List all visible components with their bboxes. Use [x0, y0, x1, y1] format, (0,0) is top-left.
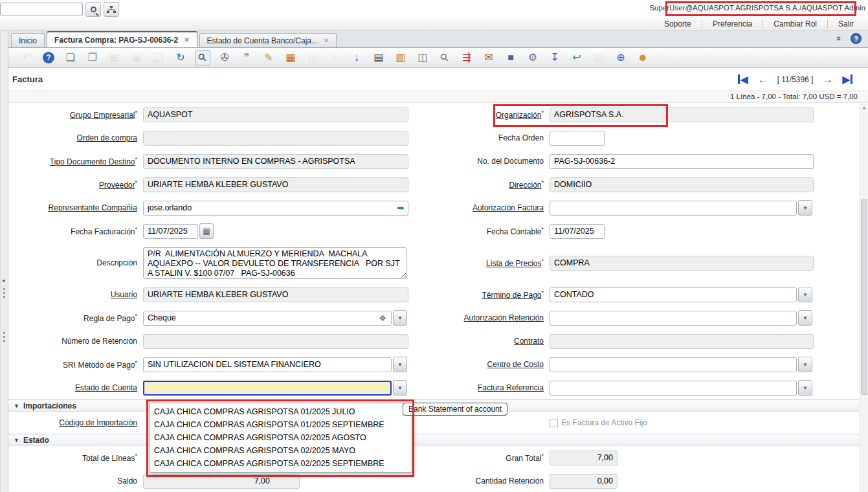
direccion-label[interactable]: Dirección [509, 181, 541, 190]
descripcion-textarea[interactable]: P/R ALIMENTACIÓN ALMUERZO Y MERIENDA MAC… [143, 247, 407, 279]
fecha-orden-input[interactable] [550, 131, 605, 146]
menu-link[interactable]: Cambiar Rol [762, 19, 827, 28]
customize-icon[interactable]: ▧ [591, 50, 606, 65]
requests-icon[interactable]: ✉ [481, 50, 496, 65]
section-estado[interactable]: ▼ Estado [8, 434, 859, 446]
centro-costo-label[interactable]: Centro de Costo [487, 360, 544, 369]
fecha-facturacion-input[interactable] [143, 224, 198, 239]
parent-record-icon[interactable]: ↑ [327, 50, 342, 65]
tab-estado-cuenta[interactable]: Estado de Cuenta Banco/Caja... ✕ [199, 33, 337, 47]
save-create-icon[interactable]: ❑ [151, 50, 166, 65]
termino-pago-input[interactable] [550, 287, 797, 302]
new-record-icon[interactable]: ❏ [63, 50, 78, 65]
representante-label[interactable]: Representante Compañía [49, 203, 137, 212]
print-preview-icon[interactable]: ⚲ [437, 50, 452, 65]
calendar-button[interactable]: ▦ [199, 223, 214, 239]
menu-link[interactable]: Preferencia [702, 19, 762, 28]
estado-cuenta-label[interactable]: Estado de Cuenta [75, 383, 137, 392]
undo-icon[interactable]: ↶ [19, 50, 34, 65]
import-file-icon[interactable]: ↩ [569, 50, 584, 65]
contrato-label[interactable]: Contrato [514, 337, 544, 346]
search-button[interactable] [85, 2, 101, 17]
note-icon[interactable]: ✎ [261, 50, 276, 65]
tipo-documento-label[interactable]: Tipo Documento Destino [50, 157, 135, 166]
tab-factura-compra[interactable]: Factura Compra: PAG-SJ-00636-2 ✕ [47, 31, 197, 47]
menu-tree-button[interactable] [104, 2, 119, 17]
representante-input[interactable] [143, 201, 408, 216]
splitter-collapse-icon[interactable]: ◂ [2, 277, 5, 284]
print-icon[interactable]: ◫ [415, 50, 430, 65]
help-icon[interactable]: ? [41, 50, 56, 65]
archive-icon[interactable]: ■ [503, 50, 518, 65]
export-icon[interactable]: ↧ [547, 50, 562, 65]
user-window-icon[interactable]: ☻ [635, 50, 651, 65]
detail-down-icon[interactable]: ↓ [349, 50, 364, 65]
last-record-icon[interactable]: ▶ [842, 74, 852, 84]
dropdown-option[interactable]: CAJA CHICA COMPRAS AGRISPOTSA 02/2025 SE… [150, 457, 412, 470]
save-record-icon[interactable]: ▣ [129, 50, 144, 65]
scrollbar-thumb[interactable] [861, 199, 867, 395]
autorizacion-factura-input[interactable] [550, 201, 797, 216]
copy-record-icon[interactable]: ❐ [85, 50, 100, 65]
detail-record-icon[interactable]: ◱ [305, 50, 320, 65]
dropdown-option[interactable]: CAJA CHICA COMPRAS AGRISPOTSA 02/2025 AG… [150, 431, 412, 444]
find-icon[interactable]: ⚲ [195, 50, 210, 65]
menu-link[interactable]: Soporte [654, 19, 702, 28]
factura-referencia-input[interactable] [550, 381, 797, 396]
regla-pago-input[interactable] [143, 311, 392, 326]
factura-referencia-label[interactable]: Factura Referencia [478, 383, 544, 392]
report-icon[interactable]: ▤ [371, 50, 386, 65]
delete-record-icon[interactable]: ▦ [107, 50, 122, 65]
workflow-icon[interactable]: ⇶ [459, 50, 474, 65]
usuario-label[interactable]: Usuario [111, 290, 137, 299]
estado-cuenta-dropdown-button[interactable]: ▼ [393, 380, 407, 396]
archive-documents-icon[interactable]: ▥ [393, 50, 408, 65]
first-record-icon[interactable]: ◀ [738, 74, 748, 84]
chat-icon[interactable]: ❞ [239, 50, 254, 65]
autorizacion-retencion-input[interactable] [550, 311, 797, 326]
menu-link[interactable]: Salir [827, 19, 864, 28]
termino-pago-label[interactable]: Término de Pago [482, 291, 541, 300]
proveedor-label[interactable]: Proveedor [99, 181, 135, 190]
codigo-importacion-label[interactable]: Código de Importación [59, 418, 137, 427]
centro-costo-input[interactable] [550, 357, 797, 372]
sri-metodo-pago-dropdown-button[interactable]: ▼ [393, 357, 407, 372]
tab-close-icon[interactable]: ✕ [184, 36, 189, 43]
next-record-icon[interactable]: → [823, 74, 832, 84]
autorizacion-retencion-dropdown-button[interactable]: ▼ [798, 310, 812, 326]
fecha-contable-input[interactable] [550, 224, 605, 239]
global-search-input[interactable] [0, 3, 83, 16]
autorizacion-factura-dropdown-button[interactable]: ▼ [798, 200, 812, 216]
process-icon[interactable]: ⚙ [525, 50, 540, 65]
termino-pago-dropdown-button[interactable]: ▼ [798, 287, 812, 302]
activo-fijo-checkbox[interactable] [550, 419, 558, 427]
vertical-scrollbar[interactable]: ▲ [860, 104, 868, 492]
no-documento-input[interactable] [550, 154, 814, 169]
autorizacion-factura-label[interactable]: Autorización Factura [473, 203, 544, 212]
centro-costo-dropdown-button[interactable]: ▼ [798, 357, 812, 372]
dropdown-option[interactable]: CAJA CHICA COMPRAS AGRISPOTSA 01/2025 SE… [150, 418, 412, 431]
web-services-icon[interactable]: ⊕ [613, 50, 629, 65]
tab-inicio[interactable]: Inicio [11, 33, 45, 47]
grid-toggle-icon[interactable]: ▦ [283, 50, 298, 65]
tab-close-icon[interactable]: ✕ [324, 37, 329, 44]
attachment-icon[interactable]: ✇ [217, 50, 232, 65]
help-icon[interactable]: ? [851, 33, 862, 44]
record-zoom-icon[interactable]: ➥ [397, 203, 405, 212]
grupo-empresarial-label[interactable]: Grupo Empresarial [70, 111, 135, 120]
west-panel-splitter[interactable]: ◂ [0, 31, 8, 492]
estado-cuenta-input[interactable] [143, 381, 392, 396]
refresh-icon[interactable]: ↻ [173, 50, 188, 65]
orden-de-compra-label[interactable]: Orden de compra [77, 133, 137, 142]
scroll-up-icon[interactable]: ▲ [862, 105, 867, 111]
lista-precios-label[interactable]: Lista de Precios [486, 259, 541, 268]
collapse-tabs-icon[interactable]: « [834, 36, 844, 41]
sri-metodo-pago-input[interactable] [143, 357, 392, 372]
autorizacion-retencion-label[interactable]: Autorización Retención [464, 313, 544, 322]
regla-pago-dropdown-button[interactable]: ▼ [393, 310, 407, 326]
organizacion-label[interactable]: Organización [496, 111, 542, 120]
dropdown-option[interactable]: CAJA CHICA COMPRAS AGRISPOTSA 01/2025 JU… [150, 405, 412, 418]
previous-record-icon[interactable]: ← [758, 74, 768, 84]
factura-referencia-dropdown-button[interactable]: ▼ [798, 380, 812, 396]
dropdown-option[interactable]: CAJA CHICA COMPRAS AGRISPOTSA 02/2025 MA… [150, 444, 412, 457]
